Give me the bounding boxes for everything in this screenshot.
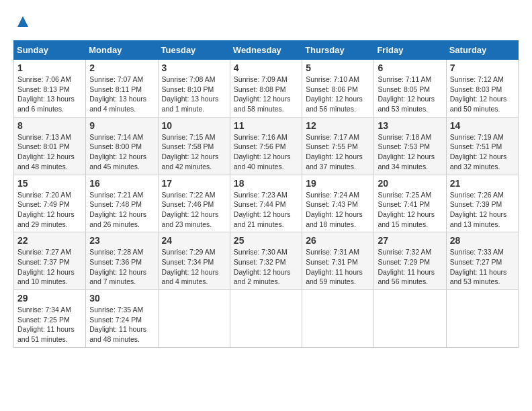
calendar-cell: 12Sunrise: 7:17 AMSunset: 7:55 PMDayligh…: [302, 117, 374, 175]
svg-marker-0: [17, 16, 28, 27]
calendar-cell: 17Sunrise: 7:22 AMSunset: 7:46 PMDayligh…: [158, 175, 230, 232]
calendar-cell: 26Sunrise: 7:31 AMSunset: 7:31 PMDayligh…: [302, 232, 374, 290]
calendar-cell: 9Sunrise: 7:14 AMSunset: 8:00 PMDaylight…: [86, 117, 158, 175]
day-number: 28: [450, 235, 515, 246]
calendar-cell: 22Sunrise: 7:27 AMSunset: 7:37 PMDayligh…: [14, 232, 86, 290]
day-number: 12: [306, 120, 370, 131]
day-number: 26: [306, 235, 370, 246]
calendar-cell: [302, 290, 374, 348]
day-number: 20: [378, 178, 442, 189]
day-info: Sunrise: 7:20 AMSunset: 7:49 PMDaylight:…: [17, 190, 82, 230]
day-info: Sunrise: 7:06 AMSunset: 8:13 PMDaylight:…: [17, 75, 82, 114]
day-number: 3: [162, 62, 226, 73]
logo: [13, 13, 31, 30]
calendar-cell: [446, 290, 518, 348]
calendar-cell: 23Sunrise: 7:28 AMSunset: 7:36 PMDayligh…: [86, 232, 158, 290]
day-header-monday: Monday: [86, 41, 158, 60]
calendar-cell: 25Sunrise: 7:30 AMSunset: 7:32 PMDayligh…: [230, 232, 302, 290]
header-row: SundayMondayTuesdayWednesdayThursdayFrid…: [14, 41, 519, 60]
day-header-friday: Friday: [374, 41, 446, 60]
calendar-cell: 10Sunrise: 7:15 AMSunset: 7:58 PMDayligh…: [158, 117, 230, 175]
day-info: Sunrise: 7:19 AMSunset: 7:51 PMDaylight:…: [450, 132, 515, 172]
calendar-cell: 3Sunrise: 7:08 AMSunset: 8:10 PMDaylight…: [158, 60, 230, 118]
day-info: Sunrise: 7:16 AMSunset: 7:56 PMDaylight:…: [234, 132, 298, 172]
calendar-cell: 18Sunrise: 7:23 AMSunset: 7:44 PMDayligh…: [230, 175, 302, 232]
calendar-cell: 21Sunrise: 7:26 AMSunset: 7:39 PMDayligh…: [446, 175, 518, 232]
day-number: 5: [306, 62, 370, 73]
day-number: 1: [17, 62, 82, 73]
calendar-week-5: 29Sunrise: 7:34 AMSunset: 7:25 PMDayligh…: [14, 290, 519, 348]
day-number: 14: [450, 120, 515, 131]
day-info: Sunrise: 7:10 AMSunset: 8:06 PMDaylight:…: [306, 75, 370, 114]
day-info: Sunrise: 7:27 AMSunset: 7:37 PMDaylight:…: [17, 247, 82, 287]
calendar-cell: 16Sunrise: 7:21 AMSunset: 7:48 PMDayligh…: [86, 175, 158, 232]
day-info: Sunrise: 7:07 AMSunset: 8:11 PMDaylight:…: [89, 75, 154, 114]
day-number: 15: [17, 178, 82, 189]
calendar-week-3: 15Sunrise: 7:20 AMSunset: 7:49 PMDayligh…: [14, 175, 519, 232]
day-info: Sunrise: 7:18 AMSunset: 7:53 PMDaylight:…: [378, 132, 442, 172]
day-info: Sunrise: 7:11 AMSunset: 8:05 PMDaylight:…: [378, 75, 442, 114]
day-number: 9: [89, 120, 154, 131]
day-number: 8: [17, 120, 82, 131]
calendar-cell: 11Sunrise: 7:16 AMSunset: 7:56 PMDayligh…: [230, 117, 302, 175]
day-number: 25: [234, 235, 298, 246]
calendar-week-1: 1Sunrise: 7:06 AMSunset: 8:13 PMDaylight…: [14, 60, 519, 118]
calendar-cell: 30Sunrise: 7:35 AMSunset: 7:24 PMDayligh…: [86, 290, 158, 348]
calendar-cell: [158, 290, 230, 348]
day-info: Sunrise: 7:13 AMSunset: 8:01 PMDaylight:…: [17, 132, 82, 172]
day-info: Sunrise: 7:21 AMSunset: 7:48 PMDaylight:…: [89, 190, 154, 230]
day-number: 13: [378, 120, 442, 131]
day-info: Sunrise: 7:15 AMSunset: 7:58 PMDaylight:…: [162, 132, 226, 172]
day-header-tuesday: Tuesday: [158, 41, 230, 60]
calendar-cell: [230, 290, 302, 348]
day-info: Sunrise: 7:08 AMSunset: 8:10 PMDaylight:…: [162, 75, 226, 114]
day-info: Sunrise: 7:34 AMSunset: 7:25 PMDaylight:…: [17, 305, 82, 345]
day-info: Sunrise: 7:29 AMSunset: 7:34 PMDaylight:…: [162, 247, 226, 287]
day-number: 2: [89, 62, 154, 73]
calendar-cell: 20Sunrise: 7:25 AMSunset: 7:41 PMDayligh…: [374, 175, 446, 232]
day-info: Sunrise: 7:22 AMSunset: 7:46 PMDaylight:…: [162, 190, 226, 230]
calendar-cell: 27Sunrise: 7:32 AMSunset: 7:29 PMDayligh…: [374, 232, 446, 290]
calendar-cell: 2Sunrise: 7:07 AMSunset: 8:11 PMDaylight…: [86, 60, 158, 118]
day-info: Sunrise: 7:35 AMSunset: 7:24 PMDaylight:…: [89, 305, 154, 345]
calendar-week-4: 22Sunrise: 7:27 AMSunset: 7:37 PMDayligh…: [14, 232, 519, 290]
day-info: Sunrise: 7:09 AMSunset: 8:08 PMDaylight:…: [234, 75, 298, 114]
day-number: 17: [162, 178, 226, 189]
day-info: Sunrise: 7:23 AMSunset: 7:44 PMDaylight:…: [234, 190, 298, 230]
calendar-cell: [374, 290, 446, 348]
day-info: Sunrise: 7:26 AMSunset: 7:39 PMDaylight:…: [450, 190, 515, 230]
day-number: 4: [234, 62, 298, 73]
day-number: 27: [378, 235, 442, 246]
day-info: Sunrise: 7:33 AMSunset: 7:27 PMDaylight:…: [450, 247, 515, 287]
day-header-wednesday: Wednesday: [230, 41, 302, 60]
day-info: Sunrise: 7:31 AMSunset: 7:31 PMDaylight:…: [306, 247, 370, 287]
calendar-cell: 1Sunrise: 7:06 AMSunset: 8:13 PMDaylight…: [14, 60, 86, 118]
day-info: Sunrise: 7:32 AMSunset: 7:29 PMDaylight:…: [378, 247, 442, 287]
calendar-cell: 5Sunrise: 7:10 AMSunset: 8:06 PMDaylight…: [302, 60, 374, 118]
day-number: 29: [17, 293, 82, 304]
day-number: 10: [162, 120, 226, 131]
day-header-thursday: Thursday: [302, 41, 374, 60]
calendar-cell: 7Sunrise: 7:12 AMSunset: 8:03 PMDaylight…: [446, 60, 518, 118]
day-number: 18: [234, 178, 298, 189]
day-number: 6: [378, 62, 442, 73]
day-header-sunday: Sunday: [14, 41, 86, 60]
day-number: 7: [450, 62, 515, 73]
calendar-cell: 19Sunrise: 7:24 AMSunset: 7:43 PMDayligh…: [302, 175, 374, 232]
calendar-cell: 29Sunrise: 7:34 AMSunset: 7:25 PMDayligh…: [14, 290, 86, 348]
day-info: Sunrise: 7:25 AMSunset: 7:41 PMDaylight:…: [378, 190, 442, 230]
day-number: 23: [89, 235, 154, 246]
calendar-cell: 6Sunrise: 7:11 AMSunset: 8:05 PMDaylight…: [374, 60, 446, 118]
day-number: 19: [306, 178, 370, 189]
day-number: 16: [89, 178, 154, 189]
calendar-week-2: 8Sunrise: 7:13 AMSunset: 8:01 PMDaylight…: [14, 117, 519, 175]
page-header: [13, 13, 519, 30]
calendar-cell: 28Sunrise: 7:33 AMSunset: 7:27 PMDayligh…: [446, 232, 518, 290]
logo-icon: [15, 13, 31, 30]
day-info: Sunrise: 7:12 AMSunset: 8:03 PMDaylight:…: [450, 75, 515, 114]
day-info: Sunrise: 7:24 AMSunset: 7:43 PMDaylight:…: [306, 190, 370, 230]
calendar-table: SundayMondayTuesdayWednesdayThursdayFrid…: [13, 40, 519, 348]
calendar-cell: 14Sunrise: 7:19 AMSunset: 7:51 PMDayligh…: [446, 117, 518, 175]
day-number: 11: [234, 120, 298, 131]
day-info: Sunrise: 7:14 AMSunset: 8:00 PMDaylight:…: [89, 132, 154, 172]
